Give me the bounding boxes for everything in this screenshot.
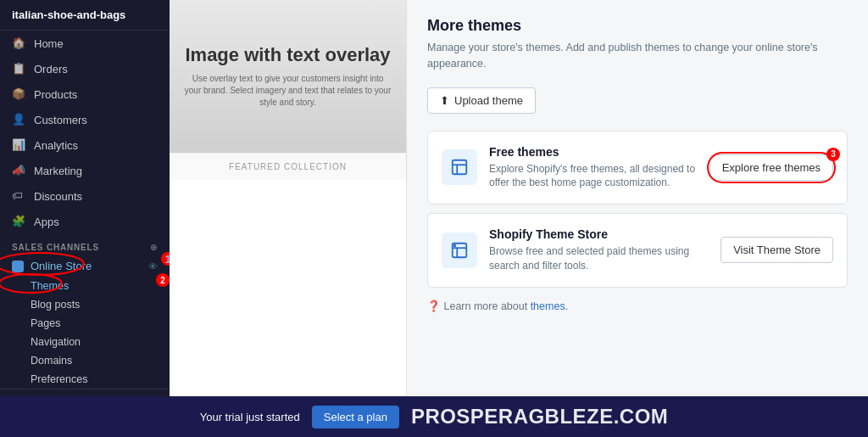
- theme-preview-title: Image with text overlay: [185, 44, 390, 66]
- nav-discounts[interactable]: 🏷 Discounts: [0, 183, 170, 209]
- more-themes-desc: Manage your store's themes. Add and publ…: [427, 40, 848, 72]
- more-themes-title: More themes: [427, 17, 848, 35]
- customers-icon: 👤: [12, 113, 25, 126]
- theme-store-icon: [442, 233, 477, 268]
- discounts-icon: 🏷: [12, 189, 25, 203]
- annotation-num-1: 1: [161, 252, 170, 266]
- more-themes-panel: More themes Manage your store's themes. …: [407, 0, 868, 396]
- themes-link[interactable]: themes.: [531, 300, 568, 312]
- trial-text: Your trial just started: [200, 411, 300, 423]
- apps-icon: 🧩: [12, 215, 25, 228]
- visit-theme-store-button[interactable]: Visit Theme Store: [721, 237, 833, 263]
- add-channel-icon[interactable]: ⊕: [150, 243, 158, 252]
- free-themes-card: Free themes Explore Shopify's free theme…: [427, 131, 848, 205]
- watermark: PROSPERAGBLEZE.COM: [411, 405, 668, 429]
- sub-pages[interactable]: Pages: [0, 314, 170, 333]
- marketing-icon: 📣: [12, 164, 25, 177]
- learn-more-icon: ❓: [427, 300, 441, 312]
- sub-preferences[interactable]: Preferences: [0, 370, 170, 389]
- upload-icon: ⬆: [440, 94, 449, 107]
- orders-icon: 📋: [12, 62, 25, 76]
- nav-products[interactable]: 📦 Products: [0, 81, 170, 107]
- explore-free-themes-wrapper: Explore free themes 3: [709, 154, 833, 181]
- products-icon: 📦: [12, 87, 25, 101]
- sub-domains[interactable]: Domains: [0, 351, 170, 370]
- svg-point-4: [454, 244, 456, 246]
- theme-store-desc: Browse free and selected paid themes usi…: [489, 244, 709, 273]
- learn-more: ❓ Learn more about themes.: [427, 300, 848, 312]
- analytics-icon: 📊: [12, 138, 25, 152]
- sales-channels-section: SALES CHANNELS ⊕: [0, 234, 170, 255]
- online-store-channel[interactable]: Online Store 👁 1: [0, 255, 170, 277]
- theme-preview-image: Image with text overlay Use overlay text…: [170, 0, 406, 153]
- theme-store-title: Shopify Theme Store: [489, 227, 709, 241]
- sub-themes[interactable]: Themes 2: [0, 277, 170, 295]
- upload-theme-button[interactable]: ⬆ Upload theme: [427, 87, 536, 114]
- store-icon-svg: [450, 241, 469, 260]
- home-icon: 🏠: [12, 36, 25, 50]
- bottom-bar: Your trial just started Select a plan PR…: [0, 396, 868, 437]
- sub-blog-posts[interactable]: Blog posts: [0, 295, 170, 314]
- theme-store-card: Shopify Theme Store Browse free and sele…: [427, 213, 848, 288]
- sub-navigation[interactable]: Navigation: [0, 333, 170, 351]
- annotation-num-3: 3: [826, 148, 840, 161]
- nav-orders[interactable]: 📋 Orders: [0, 56, 170, 81]
- theme-preview-desc: Use overlay text to give your customers …: [183, 73, 392, 109]
- svg-rect-2: [453, 160, 467, 175]
- free-themes-icon: [442, 149, 477, 185]
- theme-store-content: Shopify Theme Store Browse free and sele…: [489, 227, 709, 273]
- nav-marketing[interactable]: 📣 Marketing: [0, 158, 170, 183]
- eye-icon[interactable]: 👁: [148, 261, 158, 272]
- nav-analytics[interactable]: 📊 Analytics: [0, 132, 170, 158]
- explore-free-themes-button[interactable]: Explore free themes: [709, 154, 833, 181]
- free-themes-desc: Explore Shopify's free themes, all desig…: [489, 162, 698, 191]
- theme-icon-svg: [450, 158, 469, 176]
- nav-home[interactable]: 🏠 Home: [0, 31, 170, 56]
- main-content: Image with text overlay Use overlay text…: [170, 0, 868, 396]
- free-themes-content: Free themes Explore Shopify's free theme…: [489, 145, 698, 191]
- featured-collection-badge: FEATURED COLLECTION: [170, 153, 406, 180]
- nav-apps[interactable]: 🧩 Apps: [0, 209, 170, 234]
- sidebar-header: italian-shoe-and-bags: [0, 0, 170, 31]
- store-name: italian-shoe-and-bags: [12, 8, 125, 21]
- select-plan-button[interactable]: Select a plan: [312, 406, 399, 429]
- sidebar: italian-shoe-and-bags 🏠 Home 📋 Orders 📦 …: [0, 0, 170, 396]
- settings-nav[interactable]: ⚙️ Settings: [0, 389, 170, 396]
- nav-customers[interactable]: 👤 Customers: [0, 107, 170, 132]
- online-store-icon: [12, 261, 24, 272]
- annotation-num-2: 2: [156, 273, 170, 287]
- theme-preview-panel: Image with text overlay Use overlay text…: [170, 0, 407, 396]
- theme-cards: Free themes Explore Shopify's free theme…: [427, 131, 848, 288]
- free-themes-title: Free themes: [489, 145, 698, 159]
